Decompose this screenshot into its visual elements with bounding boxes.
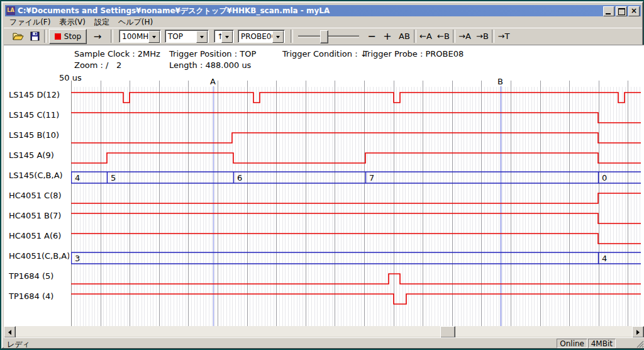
goto-marker-a-button[interactable]: ←A	[418, 30, 434, 43]
bus-value: 6	[237, 173, 242, 183]
channel-label: LS145 B(10)	[9, 130, 69, 140]
menu-bar: ファイル(F) 表示(V) 設定 ヘルプ(H)	[5, 17, 641, 28]
goto-trigger-button[interactable]: →T	[496, 30, 512, 43]
scrollbar-thumb[interactable]	[440, 326, 455, 338]
sample-clock-combo[interactable]: 100MHz	[119, 30, 161, 43]
zoom-slider-track[interactable]	[298, 35, 359, 38]
toolbar-separator	[414, 30, 416, 43]
right-arrow-icon	[636, 330, 642, 335]
minimize-button[interactable]	[603, 6, 614, 16]
horizontal-scrollbar[interactable]	[4, 326, 644, 337]
info-trigger-position: Trigger Position : TOP	[169, 49, 256, 59]
title-bar[interactable]: LA C:¥Documents and Settings¥noname¥デスクト…	[5, 5, 641, 16]
channel-label: HC4051(C,B,A)	[9, 251, 69, 261]
chevron-down-icon[interactable]	[148, 31, 160, 43]
info-zoom: Zoom : / 2	[74, 60, 121, 70]
bus-value: 0	[602, 173, 607, 183]
bus-value: 5	[111, 173, 116, 183]
trigger-edge-combo[interactable]: ↑	[214, 30, 234, 43]
stop-label: Stop	[64, 32, 81, 41]
chevron-down-icon[interactable]	[272, 31, 284, 43]
info-length: Length : 488.000 us	[169, 60, 251, 70]
trigger-probe-combo[interactable]: PROBE00	[238, 30, 285, 43]
scroll-right-button[interactable]	[632, 326, 644, 338]
info-sample-clock: Sample Clock : 2MHz	[74, 49, 160, 59]
app-icon: LA	[6, 6, 15, 15]
channel-label: HC4051 B(7)	[9, 211, 69, 221]
run-button[interactable]: →	[89, 30, 106, 43]
close-icon: ×	[631, 7, 637, 14]
waveform-plot[interactable]: 4567034	[71, 81, 641, 327]
app-window: LA C:¥Documents and Settings¥noname¥デスクト…	[1, 1, 643, 349]
status-memory-badge: 4MBit	[588, 339, 616, 348]
toolbar-separator	[111, 30, 113, 43]
goto-marker-b-button[interactable]: ←B	[435, 30, 452, 43]
channel-label: LS145 D(12)	[9, 90, 69, 100]
chevron-down-icon[interactable]	[221, 31, 233, 43]
chevron-down-icon[interactable]	[196, 31, 208, 43]
channel-label: HC4051 C(8)	[9, 191, 69, 201]
channel-label: TP1684 (5)	[9, 271, 69, 281]
bus-value: 4	[602, 254, 607, 263]
zoom-ab-button[interactable]: AB	[396, 30, 413, 43]
left-arrow-icon	[6, 330, 11, 335]
status-bar: レディ Online 4MBit	[4, 337, 644, 348]
desktop: LA C:¥Documents and Settings¥noname¥デスクト…	[0, 0, 644, 350]
stop-button[interactable]: Stop	[49, 29, 87, 44]
menu-help[interactable]: ヘルプ(H)	[114, 16, 157, 28]
toolbar-separator	[44, 30, 47, 43]
stop-icon	[55, 33, 61, 40]
info-trigger-probe: Trigger Probe : PROBE08	[364, 49, 464, 59]
menu-file[interactable]: ファイル(F)	[5, 16, 55, 28]
open-folder-icon	[13, 31, 24, 41]
channel-label: LS145 A(9)	[9, 150, 69, 161]
bus-value: 4	[75, 173, 80, 183]
save-button[interactable]	[28, 30, 42, 43]
maximize-icon	[618, 8, 625, 15]
trigger-position-combo[interactable]: TOP	[165, 30, 209, 43]
scroll-left-button[interactable]	[4, 326, 16, 338]
toolbar: Stop → 100MHz TOP ↑ PROBE00	[4, 28, 642, 45]
channel-label: HC4051 A(6)	[9, 231, 69, 241]
channel-label: LS145(C,B,A)	[9, 171, 69, 181]
resize-grip[interactable]	[636, 340, 644, 348]
close-button[interactable]: ×	[628, 6, 640, 16]
info-trigger-condition: Trigger Condition : ↓	[282, 49, 367, 59]
floppy-disk-icon	[30, 31, 40, 41]
menu-settings[interactable]: 設定	[90, 16, 114, 28]
trigger-probe-value: PROBE00	[241, 32, 276, 41]
waveform-client-area: Sample Clock : 2MHz Trigger Position : T…	[4, 45, 644, 326]
toolbar-separator	[291, 30, 293, 43]
set-marker-b-button[interactable]: →B	[474, 30, 491, 43]
channel-label: TP1684 (4)	[9, 291, 69, 302]
bus-value: 3	[75, 254, 80, 263]
zoom-in-button[interactable]: +	[380, 30, 394, 43]
zoom-slider-handle[interactable]	[320, 30, 328, 43]
trigger-position-value: TOP	[168, 32, 183, 41]
set-marker-a-button[interactable]: →A	[457, 30, 473, 43]
maximize-button[interactable]	[616, 6, 627, 16]
menu-view[interactable]: 表示(V)	[55, 16, 90, 28]
minimize-icon	[606, 13, 611, 14]
bus-value: 7	[369, 173, 374, 183]
open-file-button[interactable]	[11, 30, 25, 43]
zoom-out-button[interactable]: −	[365, 30, 379, 43]
window-title: C:¥Documents and Settings¥noname¥デスクトップ¥…	[18, 6, 330, 16]
channel-label: LS145 C(11)	[9, 110, 69, 120]
toolbar-separator	[492, 30, 494, 43]
toolbar-separator	[453, 30, 455, 43]
status-online-badge: Online	[557, 339, 587, 348]
status-ready-text: レディ	[7, 339, 30, 350]
